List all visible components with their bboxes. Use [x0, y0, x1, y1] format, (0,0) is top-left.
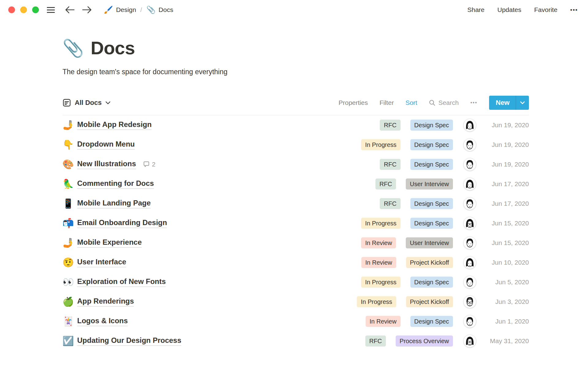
doc-title-link[interactable]: User Interface [77, 258, 126, 267]
search-button[interactable]: Search [429, 99, 459, 106]
filter-button[interactable]: Filter [379, 99, 394, 106]
doc-type-badge[interactable]: Design Spec [410, 277, 453, 288]
status-badge[interactable]: In Progress [361, 139, 400, 150]
doc-type-badge[interactable]: Design Spec [410, 316, 453, 327]
page-icon-paperclip[interactable]: 📎 [62, 40, 84, 57]
doc-title-link[interactable]: Logos & Icons [77, 316, 128, 326]
table-row[interactable]: 🍏 App Renderings In Progress Project Kic… [62, 292, 529, 312]
doc-type-badge[interactable]: Design Spec [410, 120, 453, 131]
doc-title-link[interactable]: App Renderings [77, 297, 134, 307]
doc-type-badge[interactable]: Design Spec [410, 198, 453, 209]
view-switcher[interactable]: All Docs [62, 98, 111, 107]
collection-more-icon[interactable]: ••• [470, 100, 477, 105]
status-badge[interactable]: In Progress [361, 218, 400, 229]
table-row[interactable]: ☑️ Updating Our Design Process RFC Proce… [62, 331, 529, 351]
status-badge[interactable]: In Review [366, 316, 401, 327]
person-avatar[interactable] [463, 178, 476, 190]
doc-type-badge[interactable]: Project Kickoff [406, 296, 453, 307]
person-avatar[interactable] [463, 138, 476, 151]
new-button-dropdown[interactable] [516, 96, 529, 110]
doc-type-badge[interactable]: Design Spec [410, 159, 453, 170]
person-avatar[interactable] [463, 256, 476, 269]
comment-count[interactable]: 2 [143, 161, 156, 168]
breadcrumb-item-design[interactable]: 🖌️ Design [101, 5, 138, 15]
table-row[interactable]: 📱 Mobile Landing Page RFC Design Spec Ju… [62, 194, 529, 213]
search-icon [429, 99, 435, 106]
doc-title-link[interactable]: Mobile Experience [77, 238, 142, 248]
person-avatar[interactable] [463, 315, 476, 328]
forward-arrow-icon[interactable] [82, 6, 92, 14]
person-avatar[interactable] [463, 217, 476, 230]
edited-date: May 31, 2020 [476, 337, 529, 345]
person-avatar[interactable] [463, 236, 476, 249]
checkbox-emoji-icon: ☑️ [62, 336, 77, 346]
status-badge[interactable]: RFC [365, 335, 386, 347]
edited-date: Jun 1, 2020 [476, 318, 529, 325]
doc-type-badge[interactable]: User Interview [406, 178, 453, 190]
raised-eyebrow-emoji-icon: 🤨 [62, 258, 77, 267]
window-top-bar: 🖌️ Design / 📎 Docs Share Updates Favorit… [0, 0, 588, 20]
pointing-down-emoji-icon: 👇 [62, 140, 77, 149]
doc-type-badge[interactable]: Design Spec [410, 139, 453, 150]
doc-type-badge[interactable]: Process Overview [396, 335, 453, 347]
person-avatar[interactable] [463, 276, 476, 289]
close-window-button[interactable] [8, 6, 15, 13]
new-button-label[interactable]: New [489, 96, 516, 110]
doc-title-link[interactable]: Mobile Landing Page [77, 199, 151, 209]
share-button[interactable]: Share [467, 6, 484, 13]
doc-title-link[interactable]: Exploration of New Fonts [77, 277, 166, 287]
doc-title-link[interactable]: Updating Our Design Process [77, 336, 181, 346]
updates-button[interactable]: Updates [497, 6, 521, 13]
sidebar-toggle-icon[interactable] [47, 7, 55, 13]
edited-date: Jun 5, 2020 [476, 278, 529, 286]
table-row[interactable]: 👇 Dropdown Menu In Progress Design Spec … [62, 135, 529, 155]
table-row[interactable]: 🤳 Mobile Experience In Review User Inter… [62, 233, 529, 253]
table-row[interactable]: 🤨 User Interface In Review Project Kicko… [62, 253, 529, 272]
more-options-icon[interactable]: ••• [570, 7, 578, 13]
status-badge[interactable]: RFC [375, 178, 396, 190]
doc-title-link[interactable]: Email Onboarding Design [77, 218, 167, 228]
doc-title-link[interactable]: Mobile App Redesign [77, 120, 152, 130]
page-description: The design team's space for documenting … [62, 68, 529, 76]
person-avatar[interactable] [463, 335, 476, 347]
table-row[interactable]: 👀 Exploration of New Fonts In Progress D… [62, 272, 529, 292]
doc-type-badge[interactable]: Project Kickoff [406, 257, 453, 268]
doc-type-badge[interactable]: Design Spec [410, 218, 453, 229]
edited-date: Jun 19, 2020 [476, 161, 529, 168]
status-badge[interactable]: RFC [380, 120, 400, 131]
table-row[interactable]: 🦜 Commenting for Docs RFC User Interview… [62, 174, 529, 194]
person-avatar[interactable] [463, 295, 476, 308]
favorite-button[interactable]: Favorite [534, 6, 557, 13]
zoom-window-button[interactable] [32, 6, 39, 13]
doc-title-link[interactable]: Dropdown Menu [77, 140, 135, 150]
table-row[interactable]: 🤳 Mobile App Redesign RFC Design Spec Ju… [62, 115, 529, 135]
minimize-window-button[interactable] [20, 6, 27, 13]
notion-window: 🖌️ Design / 📎 Docs Share Updates Favorit… [0, 0, 588, 368]
status-badge[interactable]: In Progress [361, 277, 400, 288]
status-badge[interactable]: RFC [380, 198, 400, 209]
breadcrumb-item-docs[interactable]: 📎 Docs [144, 5, 176, 15]
doc-title-link[interactable]: New Illustrations [77, 159, 136, 169]
edited-date: Jun 15, 2020 [476, 239, 529, 247]
page-title: Docs [91, 37, 135, 59]
back-arrow-icon[interactable] [65, 6, 75, 14]
properties-button[interactable]: Properties [338, 99, 368, 106]
person-avatar[interactable] [463, 197, 476, 210]
sort-button[interactable]: Sort [405, 99, 417, 106]
person-avatar[interactable] [463, 119, 476, 132]
status-badge[interactable]: In Review [361, 237, 396, 248]
new-button[interactable]: New [489, 96, 529, 110]
status-badge[interactable]: RFC [380, 159, 400, 170]
table-row[interactable]: 🎨 New Illustrations 2 RFC Design Spec Ju… [62, 155, 529, 174]
doc-type-badge[interactable]: User Interview [406, 237, 453, 248]
table-row[interactable]: 🃏 Logos & Icons In Review Design Spec Ju… [62, 312, 529, 331]
status-badge[interactable]: In Review [361, 257, 396, 268]
person-avatar[interactable] [463, 158, 476, 171]
doc-title-link[interactable]: Commenting for Docs [77, 179, 154, 189]
table-row[interactable]: 📬 Email Onboarding Design In Progress De… [62, 213, 529, 233]
chevron-down-icon [520, 101, 525, 104]
collection-toolbar: All Docs Properties Filter Sort Search •… [62, 96, 529, 110]
joker-card-emoji-icon: 🃏 [62, 317, 77, 326]
edited-date: Jun 3, 2020 [476, 298, 529, 305]
status-badge[interactable]: In Progress [357, 296, 396, 307]
